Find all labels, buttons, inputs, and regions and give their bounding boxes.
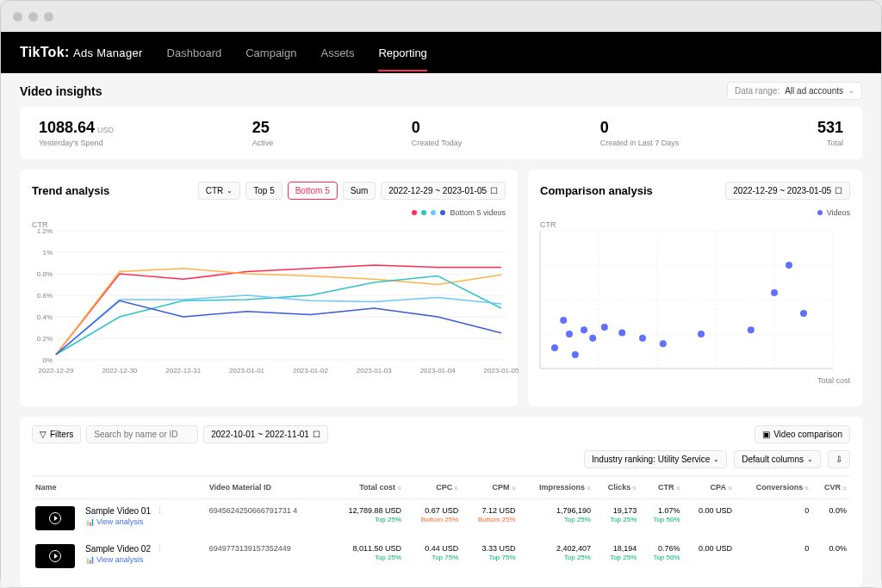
- video-name: Sample Video 01: [85, 506, 151, 516]
- tab-bottom5[interactable]: Bottom 5: [288, 182, 338, 200]
- svg-text:2023-01-01: 2023-01-01: [229, 367, 264, 374]
- svg-text:2023-01-04: 2023-01-04: [420, 367, 456, 374]
- video-id: 6945624250666791731 4: [206, 499, 328, 538]
- sort-icon: ⇅: [397, 486, 401, 491]
- th-cost[interactable]: Total cost⇅: [328, 476, 405, 499]
- trend-panel: Trend analysis CTR⌄ Top 5 Bottom 5 Sum 2…: [20, 170, 518, 406]
- chart-icon: 📊: [85, 555, 95, 564]
- sort-icon: ⇅: [728, 486, 732, 491]
- more-icon[interactable]: ⋮: [156, 506, 164, 515]
- comparison-yaxis: CTR: [540, 220, 850, 229]
- trend-yaxis: CTR: [32, 220, 506, 229]
- stat-spend: 1088.64USDYesterday's Spend: [39, 119, 114, 147]
- play-icon: [49, 512, 61, 524]
- window-dot: [28, 12, 38, 22]
- nav-assets[interactable]: Assets: [320, 46, 354, 59]
- columns-select[interactable]: Default columns ⌄: [734, 450, 821, 468]
- video-thumbnail[interactable]: [35, 544, 75, 568]
- stats-row: 1088.64USDYesterday's Spend 25Active 0Cr…: [20, 107, 862, 159]
- window-dot: [44, 12, 53, 22]
- stat-active: 25Active: [252, 119, 274, 147]
- export-button[interactable]: ⇩: [828, 450, 850, 468]
- video-table: Name Video Material ID Total cost⇅ CPC⇅ …: [32, 475, 850, 575]
- th-ctr[interactable]: CTR⇅: [640, 476, 683, 499]
- svg-point-38: [572, 351, 579, 358]
- sort-icon: ⇅: [842, 486, 847, 491]
- stat-total: 531Total: [817, 119, 843, 147]
- svg-point-40: [589, 335, 596, 342]
- table-daterange[interactable]: 2022-10-01 ~ 2022-11-01 ☐: [203, 425, 328, 443]
- sort-icon: ⇅: [632, 486, 637, 491]
- metric-select[interactable]: CTR⌄: [198, 182, 241, 200]
- th-cpa[interactable]: CPA⇅: [684, 476, 736, 499]
- th-cpm[interactable]: CPM⇅: [462, 476, 519, 499]
- svg-point-42: [618, 329, 625, 336]
- comparison-daterange[interactable]: 2022-12-29 ~ 2023-01-05 ☐: [725, 182, 850, 200]
- stat-created-today: 0Created Today: [412, 119, 462, 147]
- th-id[interactable]: Video Material ID: [206, 476, 328, 499]
- trend-daterange[interactable]: 2022-12-29 ~ 2023-01-05 ☐: [381, 182, 506, 200]
- svg-point-36: [560, 317, 567, 324]
- svg-text:0%: 0%: [42, 356, 53, 364]
- svg-text:0.8%: 0.8%: [37, 270, 53, 278]
- legend-dot: [412, 210, 417, 215]
- view-analysis-link[interactable]: 📊View analysis: [85, 517, 151, 526]
- video-thumbnail[interactable]: [35, 506, 75, 530]
- page-title: Video insights: [20, 84, 102, 98]
- filter-icon: ▽: [40, 430, 47, 439]
- view-analysis-link[interactable]: 📊View analysis: [85, 555, 151, 564]
- svg-text:0.6%: 0.6%: [37, 292, 53, 300]
- svg-point-44: [660, 340, 667, 347]
- svg-point-35: [551, 344, 558, 351]
- th-conv[interactable]: Conversions⇅: [736, 476, 812, 499]
- svg-point-39: [581, 326, 587, 333]
- svg-point-49: [800, 310, 807, 317]
- window-titlebar: [1, 1, 881, 32]
- th-cpc[interactable]: CPC⇅: [405, 476, 462, 499]
- th-clicks[interactable]: Clicks⇅: [594, 476, 640, 499]
- chevron-down-icon: ⌄: [807, 455, 813, 463]
- svg-text:0.2%: 0.2%: [37, 335, 53, 343]
- th-cvr[interactable]: CVR⇅: [812, 476, 850, 499]
- more-icon[interactable]: ⋮: [156, 544, 164, 553]
- th-name[interactable]: Name: [32, 476, 206, 499]
- legend-dot: [421, 210, 426, 215]
- chevron-down-icon: ⌄: [848, 87, 854, 95]
- table-row: Sample Video 02📊View analysis⋮ 694977313…: [32, 537, 850, 575]
- svg-text:2023-01-05: 2023-01-05: [484, 367, 519, 374]
- tab-top5[interactable]: Top 5: [245, 182, 282, 200]
- svg-text:1.2%: 1.2%: [37, 227, 53, 235]
- comparison-chart: Total cost: [540, 231, 850, 394]
- industry-select[interactable]: Industry ranking: Utility Service ⌄: [584, 450, 727, 468]
- video-name: Sample Video 02: [85, 544, 151, 554]
- comparison-xaxis: Total cost: [540, 376, 850, 385]
- video-comparison-button[interactable]: ▣ Video comparison: [755, 425, 850, 443]
- chevron-down-icon: ⌄: [227, 187, 233, 195]
- nav-dashboard[interactable]: Dashboard: [167, 46, 222, 59]
- nav-reporting[interactable]: Reporting: [378, 46, 426, 59]
- svg-text:2022-12-31: 2022-12-31: [165, 367, 201, 374]
- calendar-icon: ☐: [490, 186, 498, 195]
- comparison-title: Comparison analysis: [540, 184, 653, 197]
- svg-point-37: [566, 331, 573, 337]
- svg-point-47: [771, 289, 778, 296]
- sort-icon: ⇅: [454, 486, 458, 491]
- calendar-icon: ☐: [835, 186, 842, 195]
- sort-icon: ⇅: [676, 486, 680, 491]
- tab-sum[interactable]: Sum: [343, 182, 376, 200]
- svg-point-45: [698, 331, 705, 337]
- brand-logo: TikTok: Ads Manager: [20, 45, 143, 60]
- legend-label: Bottom 5 videos: [450, 208, 506, 217]
- play-icon: [49, 550, 61, 562]
- svg-text:1%: 1%: [42, 249, 53, 257]
- svg-point-46: [748, 326, 755, 333]
- svg-point-41: [601, 324, 608, 331]
- svg-text:0.4%: 0.4%: [37, 313, 53, 321]
- sort-icon: ⇅: [804, 486, 809, 491]
- th-imp[interactable]: Impressions⇅: [519, 476, 594, 499]
- filters-button[interactable]: ▽ Filters: [32, 425, 81, 443]
- trend-chart: 0%0.2%0.4%0.6%0.8%1%1.2%2022-12-292022-1…: [32, 231, 506, 394]
- search-input[interactable]: [86, 425, 198, 443]
- nav-campaign[interactable]: Campaign: [245, 46, 296, 59]
- data-range-select[interactable]: Data range: All ad accounts ⌄: [727, 82, 862, 100]
